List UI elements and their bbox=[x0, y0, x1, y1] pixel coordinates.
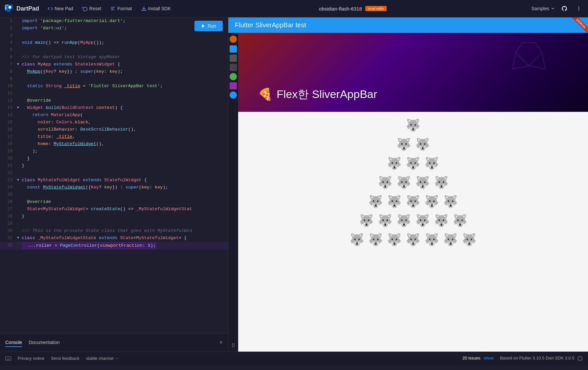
more-icon bbox=[576, 6, 581, 11]
cat-item: 🐺 bbox=[415, 214, 430, 228]
preview-list: 🐺 🐺 🐺 🐺 🐺 🐺 🐺 bbox=[238, 112, 588, 253]
github-icon bbox=[562, 6, 567, 11]
local-edits-badge: local edits bbox=[365, 6, 387, 11]
console-panel: Console Documentation × bbox=[0, 333, 228, 352]
cat-row-4: 🐺 🐺 🐺 🐺 bbox=[378, 176, 449, 189]
code-line: 31▼class _MyStatefulWidgetState extends … bbox=[0, 234, 228, 242]
cat-item: 🐺 bbox=[424, 233, 439, 247]
topbar-right: Samples bbox=[531, 5, 584, 12]
cat-row-3: 🐺 🐺 🐺 bbox=[387, 157, 439, 170]
code-line: 17 title: _title, bbox=[0, 133, 228, 140]
channel-selector[interactable]: stable channel bbox=[86, 356, 119, 361]
right-status: 20 issues show Based on Flutter 3.10.5 D… bbox=[463, 356, 583, 361]
code-line: 10 static String _title = 'Flutter Slive… bbox=[0, 83, 228, 90]
issues-show-link[interactable]: show bbox=[484, 356, 493, 360]
cat-row-7: 🐺 🐺 🐺 🐺 🐺 🐺 🐺 bbox=[350, 233, 477, 247]
code-line: 6 /// for dartpad test Vintage appMaker bbox=[0, 54, 228, 61]
code-line: 28 } bbox=[0, 213, 228, 220]
code-line: 11 bbox=[0, 90, 228, 97]
svg-rect-15 bbox=[6, 357, 11, 360]
sidebar-icon-4[interactable] bbox=[230, 64, 237, 71]
cat-item: 🐺 bbox=[396, 137, 411, 151]
code-line: 13▼ Widget build(BuildContext context) { bbox=[0, 104, 228, 111]
cat-item: 🐺 bbox=[434, 176, 449, 189]
cat-item: 🐺 bbox=[396, 176, 411, 189]
preview-content[interactable]: 🍕 Flex한 SliverAppBar 🐺 🐺 🐺 bbox=[238, 33, 588, 352]
format-button[interactable]: Format bbox=[107, 5, 135, 12]
sliver-app-title: Flex한 SliverAppBar bbox=[277, 87, 377, 102]
svg-point-3 bbox=[9, 6, 11, 9]
code-line: 2 import 'dart:ui'; bbox=[0, 25, 228, 32]
main-layout: Run 1 import 'package:flutter/material.d… bbox=[0, 17, 588, 352]
code-line: 3 bbox=[0, 32, 228, 39]
code-line: 7▼class MyApp extends StatelessWidget { bbox=[0, 61, 228, 68]
code-line: 23▼class MyStatefulWidget extends Statef… bbox=[0, 177, 228, 184]
channel-label: stable channel bbox=[86, 356, 114, 361]
code-line: 25 bbox=[0, 191, 228, 198]
reset-button[interactable]: Reset bbox=[79, 5, 105, 12]
sidebar-icon-1[interactable] bbox=[230, 36, 237, 43]
cat-item: 🐺 bbox=[350, 233, 364, 247]
code-line: 16 scrollBehavior: DeskScrollBehavior(), bbox=[0, 126, 228, 133]
sidebar-icon-6[interactable] bbox=[230, 82, 237, 89]
new-pad-button[interactable]: New Pad bbox=[44, 5, 77, 12]
code-line: 14 return MaterialApp( bbox=[0, 111, 228, 119]
cat-item: 🐺 bbox=[396, 214, 411, 228]
cat-item: 🐺 bbox=[434, 214, 449, 228]
console-tab[interactable]: Console bbox=[5, 338, 22, 347]
code-line: 21 } bbox=[0, 162, 228, 169]
cat-item: 🐺 bbox=[443, 233, 458, 247]
play-icon bbox=[201, 24, 206, 28]
bottom-bar: Privacy notice Send feedback stable chan… bbox=[0, 352, 588, 365]
svg-marker-12 bbox=[516, 43, 542, 66]
console-close-button[interactable]: × bbox=[219, 339, 223, 346]
svg-point-10 bbox=[578, 10, 579, 11]
code-line: 27 State<MyStatefulWidget> createState()… bbox=[0, 206, 228, 213]
format-icon bbox=[110, 6, 116, 11]
cat-item: 🐺 bbox=[378, 214, 393, 228]
more-options-button[interactable] bbox=[574, 5, 584, 12]
cat-item: 🐺 bbox=[359, 214, 374, 228]
info-icon bbox=[577, 356, 583, 361]
dart-logo-icon bbox=[4, 4, 14, 13]
code-line: 22 bbox=[0, 169, 228, 177]
documentation-tab[interactable]: Documentation bbox=[29, 338, 59, 347]
keyboard-icon bbox=[5, 356, 11, 361]
install-sdk-button[interactable]: Install SDK bbox=[138, 5, 174, 12]
sidebar-icon-7[interactable] bbox=[230, 91, 237, 99]
send-feedback-link[interactable]: Send feedback bbox=[51, 356, 79, 361]
logo-area: DartPad bbox=[4, 4, 39, 13]
cat-row-5: 🐺 🐺 🐺 🐺 🐺 bbox=[368, 195, 458, 209]
sidebar-icon-3[interactable] bbox=[230, 55, 237, 62]
grid-icon[interactable]: ⠿ bbox=[231, 343, 235, 349]
code-area[interactable]: Run 1 import 'package:flutter/material.d… bbox=[0, 17, 228, 333]
channel-chevron-icon bbox=[115, 357, 119, 360]
preview-pane: Flutter SliverAppBar test DEBUG ⠿ bbox=[228, 17, 588, 352]
code-line: 24 const MyStatefulWidget({Key? key}) : … bbox=[0, 184, 228, 191]
issues-count: 20 issues bbox=[463, 356, 481, 360]
code-line: 19 ); bbox=[0, 148, 228, 155]
privacy-notice-link[interactable]: Privacy notice bbox=[18, 356, 44, 361]
cat-item: 🐺 bbox=[368, 195, 383, 209]
github-button[interactable] bbox=[559, 5, 570, 12]
code-line: 32 ...roller = PageController(viewportFr… bbox=[0, 242, 228, 250]
cat-item: 🐺 bbox=[368, 233, 383, 247]
code-line: 29 bbox=[0, 220, 228, 227]
cat-item: 🐺 bbox=[406, 195, 420, 209]
svg-point-8 bbox=[578, 7, 579, 8]
code-line: 26 @override bbox=[0, 198, 228, 206]
cat-item: 🐺 bbox=[406, 233, 420, 247]
cat-item: 🐺 bbox=[378, 176, 393, 189]
svg-marker-11 bbox=[202, 24, 205, 28]
run-button[interactable]: Run bbox=[194, 21, 223, 31]
cat-item: 🐺 bbox=[406, 118, 420, 132]
sdk-info: Based on Flutter 3.10.5 Dart SDK 3.0.5 bbox=[500, 356, 574, 360]
cat-row-1: 🐺 bbox=[406, 118, 420, 132]
cat-item: 🐺 bbox=[387, 233, 402, 247]
preview-sidebar: ⠿ bbox=[228, 33, 238, 352]
samples-button[interactable]: Samples bbox=[531, 6, 555, 11]
code-line: 15 color: Colors.black, bbox=[0, 119, 228, 126]
svg-marker-14 bbox=[529, 53, 545, 69]
sidebar-icon-2[interactable] bbox=[230, 45, 237, 53]
sidebar-icon-5[interactable] bbox=[230, 73, 237, 80]
